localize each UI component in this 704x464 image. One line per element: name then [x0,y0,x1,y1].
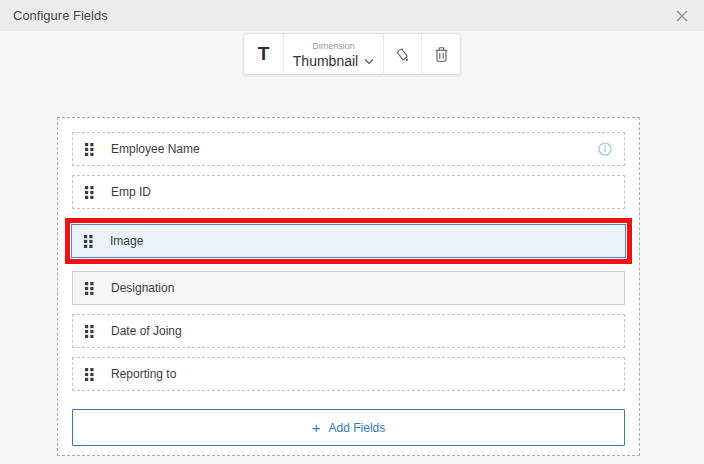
dialog-header: Configure Fields [0,0,704,31]
field-row-reporting-to[interactable]: Reporting to [72,357,625,391]
drag-handle-icon[interactable] [84,235,93,248]
field-label: Emp ID [111,185,151,199]
drag-handle-icon[interactable] [85,325,94,338]
trash-icon [434,46,449,63]
drag-handle-icon[interactable] [85,368,94,381]
field-row-emp-id[interactable]: Emp ID [72,175,625,209]
drag-handle-icon[interactable] [85,186,94,199]
delete-field-button[interactable] [422,34,460,74]
field-label: Image [110,234,143,248]
field-label: Employee Name [111,142,200,156]
dimension-value: Thumbnail [293,53,358,69]
field-row-designation[interactable]: Designation [72,271,625,305]
field-toolbar: T Dimension Thumbnail [243,33,461,75]
page-title: Configure Fields [13,8,108,23]
info-icon[interactable] [598,142,612,156]
drag-handle-icon[interactable] [85,143,94,156]
field-label: Designation [111,281,174,295]
highlight-box: Image [65,218,632,264]
close-button[interactable] [673,7,691,25]
field-label: Date of Joing [111,324,182,338]
fill-color-icon [394,46,411,63]
add-fields-label: Add Fields [329,421,386,435]
dimension-label: Dimension [312,41,355,51]
field-label: Reporting to [111,367,176,381]
fill-color-button[interactable] [384,34,422,74]
text-format-button[interactable]: T [244,34,284,74]
field-row-employee-name[interactable]: Employee Name [72,132,625,166]
field-row-image[interactable]: Image [71,224,626,258]
add-fields-button[interactable]: + Add Fields [72,409,625,446]
plus-icon: + [312,420,321,435]
dimension-dropdown[interactable]: Dimension Thumbnail [284,34,384,74]
field-row-date-of-joing[interactable]: Date of Joing [72,314,625,348]
chevron-down-icon [364,58,374,65]
drag-handle-icon[interactable] [85,282,94,295]
close-icon [676,10,688,22]
fields-drop-zone: Employee Name Emp ID [57,117,640,456]
